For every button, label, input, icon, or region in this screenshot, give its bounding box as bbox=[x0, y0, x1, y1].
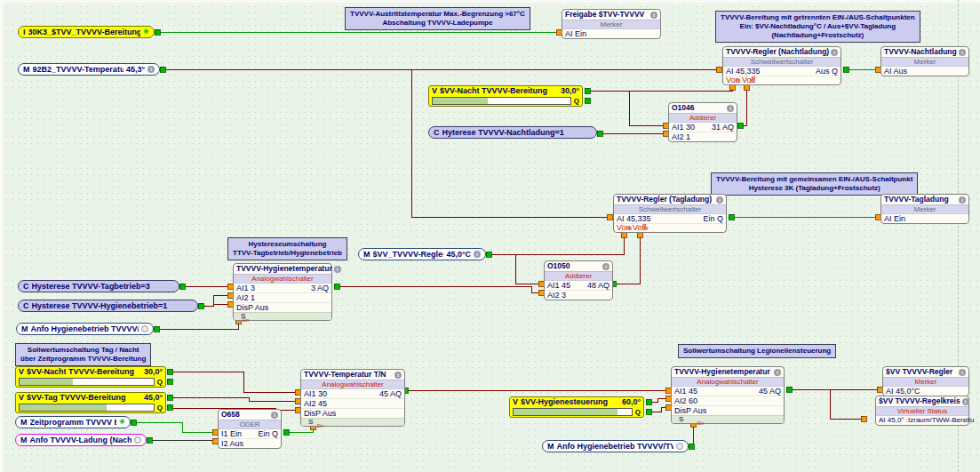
pill-prefix: C bbox=[23, 282, 29, 291]
pin-label: Ein bbox=[243, 318, 249, 323]
pill-label: Hysterese TVVVV-Hygienebetrieb=1 bbox=[32, 301, 194, 310]
block-title: TVVVV-Temperatur T/N bbox=[304, 370, 386, 380]
info-icon[interactable]: i bbox=[959, 196, 966, 204]
pill-stw-bereitung[interactable]: I 30K3_$TVV_TVVVV-Bereitung ✳ bbox=[18, 26, 155, 38]
block-subtitle: Addierer bbox=[545, 271, 612, 281]
setpoint-prefix: V bbox=[513, 397, 518, 407]
info-icon[interactable]: i bbox=[334, 266, 341, 273]
pill-anfo-hygienebetrieb-2[interactable]: M Anfo Hygienebetrieb TVVVV/TVVZ bbox=[542, 440, 689, 452]
setpoint-hygiene[interactable]: V$VV-Hygienesteuerung60,0° Q bbox=[509, 396, 644, 418]
setpoint-slider[interactable] bbox=[513, 408, 633, 416]
info-icon[interactable]: i bbox=[716, 196, 723, 204]
block-title: TVVVV-Hygienetemperatur bbox=[236, 264, 332, 274]
pill-hysterese-nachtladung[interactable]: C Hyterese TVVVV-Nachtladung=1 bbox=[428, 126, 597, 139]
slider-fill bbox=[20, 404, 107, 411]
block-input: DisP Aus bbox=[674, 406, 706, 415]
logic-diagram-canvas[interactable]: TVVVV-Austrittstemperatur Max.-Begrenzun… bbox=[0, 0, 980, 472]
info-icon[interactable]: i bbox=[271, 412, 278, 419]
block-input: AI1 3 bbox=[236, 284, 255, 292]
setpoint-tag[interactable]: V$VV-Tag TVVVV-Bereitung45,0° Q bbox=[15, 392, 166, 413]
block-input: I2 Aus bbox=[221, 439, 243, 448]
block-merker-tagladung[interactable]: TVVVV-Tagladungi Merker AI Ein bbox=[880, 194, 969, 224]
block-merker-nachtladung[interactable]: TVVVV-Nachtladungi Merker AI Aus bbox=[880, 46, 969, 76]
header-line: Abschaltung TVVVV-Ladepumpe bbox=[350, 19, 525, 28]
block-title: $VV TVVVV-Regler bbox=[886, 367, 952, 377]
block-hygienetemperatur-wahlschalter-2[interactable]: TVVVV-Hygienetemperaturi Analogwahlschal… bbox=[671, 366, 785, 424]
block-addierer-o1046[interactable]: O1046i Addierer AI1 3031 AQ AI2 1 bbox=[668, 102, 737, 142]
info-icon[interactable]: i bbox=[650, 12, 657, 19]
block-subtitle: Addierer bbox=[669, 113, 737, 123]
block-freigabe-merker[interactable]: Freigabe $TVV-TVVVVi Merker AI Ein bbox=[562, 9, 661, 39]
pill-prefix: M bbox=[20, 418, 28, 427]
block-input: AI 45,0° :Izraum/TWW-Bereitu bbox=[879, 416, 975, 425]
info-icon[interactable]: i bbox=[831, 49, 838, 56]
info-icon[interactable]: i bbox=[394, 372, 402, 379]
pill-anfo-ladung-nacht[interactable]: M Anfo TVVVV-Ladung (Nacht) bbox=[15, 434, 147, 446]
pill-hysterese-hygienebetrieb[interactable]: C Hysterese TVVVV-Hygienebetrieb=1 bbox=[18, 300, 198, 312]
pill-prefix: C bbox=[434, 128, 440, 137]
pill-label: Anfo TVVVV-Ladung (Nacht) bbox=[30, 436, 132, 444]
slider-fill bbox=[514, 409, 617, 415]
block-input: AI Aus bbox=[884, 67, 907, 76]
setpoint-label: $VV-Nacht TVVVV-Bereitung bbox=[440, 86, 558, 96]
pill-label: $VV_TVVVV-Regler bbox=[373, 250, 444, 259]
setpoint-q-label: Q bbox=[157, 404, 163, 412]
pill-92b2-temperatur[interactable]: M 92B2_TVVVV-Temperatur 45,3° i bbox=[18, 63, 160, 76]
info-icon[interactable]: i bbox=[959, 369, 966, 376]
block-input: DisP Aus bbox=[236, 303, 268, 312]
setpoint-label: $VV-Nacht TVVVV-Bereitung bbox=[27, 367, 141, 377]
block-input: AI2 1 bbox=[672, 132, 690, 141]
block-title: Freigabe $TVV-TVVVV bbox=[565, 10, 644, 20]
header-line: Hystereseumschaltung bbox=[233, 240, 342, 249]
header-line: TVVVV-Bereitung mit getrennten EIN-/AUS-… bbox=[721, 13, 915, 22]
info-icon[interactable]: i bbox=[474, 251, 481, 258]
block-temperatur-tn-wahlschalter[interactable]: TVVVV-Temperatur T/Ni Analogwahlschalter… bbox=[300, 369, 405, 427]
pill-hysterese-tagbetrieb[interactable]: C Hysterese TVVVV-Tagbetrieb=3 bbox=[18, 280, 179, 292]
info-icon[interactable]: i bbox=[602, 263, 610, 270]
info-icon[interactable]: i bbox=[727, 105, 734, 112]
header-gemeinsam: TVVVV-Bereitung mit gemeinsamen EIN-/AUS… bbox=[711, 172, 918, 196]
setpoint-label: $VV-Hygienesteuerung bbox=[521, 397, 619, 407]
pill-zeitprogramm[interactable]: M Zeitprogramm TVVVV EIN ✳ bbox=[15, 416, 131, 428]
pill-prefix: M bbox=[363, 250, 370, 259]
setpoint-label: $VV-Tag TVVVV-Bereitung bbox=[27, 393, 141, 403]
block-sw-regelkreis-status[interactable]: $VV TVVVV-Regelkreisi Virtueller Status … bbox=[875, 396, 969, 426]
info-icon[interactable]: i bbox=[962, 398, 969, 405]
setpoint-q-label: Q bbox=[574, 97, 579, 105]
block-sw-regler-merker[interactable]: $VV TVVVV-Regleri Merker AI 45,0°C bbox=[882, 366, 969, 396]
status-star-icon: ✳ bbox=[143, 28, 149, 36]
block-addierer-o1050[interactable]: O1050i Addierer AI1 4548 AQ AI2 3 bbox=[544, 260, 613, 300]
block-title: O1050 bbox=[547, 261, 570, 271]
setpoint-slider[interactable] bbox=[19, 404, 155, 412]
pill-label: Anfo Hygienebetrieb TVVVV/TVVZ bbox=[31, 324, 139, 333]
setpoint-prefix: V bbox=[432, 86, 437, 96]
block-hygienetemperatur-wahlschalter-1[interactable]: TVVVV-Hygienetemperaturi Analogwahlschal… bbox=[233, 263, 332, 321]
block-input: AI 45,335 bbox=[726, 67, 761, 76]
pill-label: Anfo Hygienebetrieb TVVVV/TVVZ bbox=[557, 442, 674, 451]
setpoint-value: 30,0° bbox=[144, 367, 163, 377]
pill-prefix: M bbox=[21, 324, 28, 333]
setpoint-value: 60,0° bbox=[622, 397, 641, 407]
setpoint-nacht-top[interactable]: V$VV-Nacht TVVVV-Bereitung30,0° Q bbox=[428, 85, 583, 107]
block-input: AI 45,335 bbox=[617, 214, 651, 223]
block-oder-o658[interactable]: O658i ODER I1 EinEin Q I2 Aus bbox=[218, 409, 282, 449]
slider-fill bbox=[433, 98, 488, 104]
info-icon[interactable]: i bbox=[147, 66, 155, 73]
info-icon[interactable]: i bbox=[959, 49, 966, 56]
pin-label: 48 bbox=[643, 227, 649, 231]
header-line: Hysterese 3K (Tagladung+Frostschutz) bbox=[716, 184, 912, 193]
pill-sw-tvvvv-regler[interactable]: M $VV_TVVVV-Regler 45,0°C i bbox=[358, 248, 486, 260]
pill-value: 45,0°C bbox=[446, 250, 471, 259]
pill-prefix: M bbox=[547, 442, 554, 451]
block-subtitle: Merker bbox=[883, 377, 968, 387]
setpoint-nacht[interactable]: V$VV-Nacht TVVVV-Bereitung30,0° Q bbox=[15, 366, 166, 388]
block-subtitle: Virtueller Status bbox=[876, 406, 968, 416]
pill-anfo-hygienebetrieb-1[interactable]: M Anfo Hygienebetrieb TVVVV/TVVZ bbox=[16, 323, 154, 335]
info-icon[interactable]: i bbox=[774, 369, 781, 376]
header-line: Sollwertumschaltung Tag / Nacht bbox=[20, 346, 146, 355]
setpoint-slider[interactable] bbox=[432, 97, 571, 105]
status-star-icon: ✳ bbox=[119, 419, 125, 426]
pill-label: 30K3_$TVV_TVVVV-Bereitung bbox=[28, 28, 141, 36]
header-sollwert-tag-nacht: Sollwertumschaltung Tag / Nacht über Zei… bbox=[15, 343, 151, 366]
setpoint-slider[interactable] bbox=[19, 378, 155, 386]
